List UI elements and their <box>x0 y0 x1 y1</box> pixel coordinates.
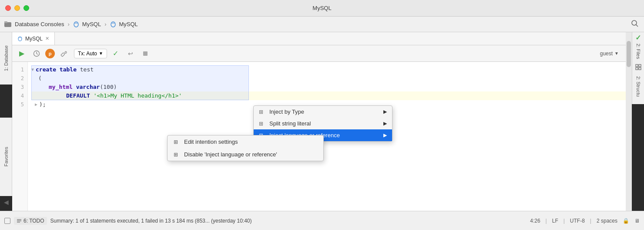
fullscreen-button[interactable] <box>23 5 29 11</box>
svg-rect-6 <box>636 64 638 67</box>
breadcrumb-folder[interactable]: Database Consoles <box>15 21 64 27</box>
status-sep-1: | <box>546 218 547 224</box>
structure-label: 2: Structu <box>636 76 641 97</box>
svg-rect-14 <box>61 52 65 56</box>
line-num-5: 5 <box>21 100 24 109</box>
inject-type-icon: ⊞ <box>259 109 266 115</box>
close-button[interactable] <box>5 5 11 11</box>
kw-varchar-100: (100) <box>100 83 117 91</box>
search-button[interactable] <box>631 20 639 29</box>
menu-item-split-string[interactable]: ⊞ Split string literal ▶ <box>254 118 392 129</box>
kw-varchar: varchar <box>76 83 100 91</box>
db-status-icon: 🖥 <box>634 218 640 224</box>
scrollbar-thumb <box>627 41 631 67</box>
todo-label: 6: TODO <box>23 218 44 224</box>
window-title: MySQL <box>312 5 331 11</box>
stop-button[interactable] <box>139 47 151 60</box>
indent[interactable]: 2 spaces <box>597 218 617 224</box>
list-icon <box>17 218 22 223</box>
line-numbers: 1 2 3 4 5 <box>12 62 28 211</box>
cursor-position[interactable]: 4:26 <box>530 218 540 224</box>
status-right: 4:26 | LF | UTF-8 | 2 spaces 🔒 🖥 <box>530 218 640 224</box>
sidebar-item-files[interactable]: ✓ 2: Files <box>632 32 644 61</box>
line-num-3: 3 <box>21 83 24 91</box>
kw-create: create <box>36 65 60 74</box>
fold-icon-5[interactable]: ▶ <box>35 100 37 109</box>
editor-area[interactable]: 1 2 3 4 5 ▼ create table test ( <box>12 62 626 211</box>
mysql-icon-1 <box>73 21 79 27</box>
sidebar-item-favorites[interactable]: Favorites <box>0 118 12 196</box>
wrench-icon <box>60 50 67 57</box>
tab-mysql[interactable]: MySQL ✕ <box>12 32 55 45</box>
kw-myhtml: my_html <box>49 83 76 91</box>
code-content[interactable]: ▼ create table test ( my_html varchar (1… <box>28 62 626 211</box>
code-line-3: my_html varchar (100) <box>31 83 626 91</box>
svg-rect-15 <box>143 51 148 56</box>
line-num-2: 2 <box>21 74 24 83</box>
tx-chevron-icon: ▼ <box>99 51 103 56</box>
collapse-sidebar-button[interactable]: ◀ <box>2 198 10 206</box>
history-button[interactable] <box>30 47 43 60</box>
breadcrumb-mysql-2[interactable]: MySQL <box>119 21 138 27</box>
settings-button[interactable] <box>57 47 70 60</box>
code-paren: ( <box>38 74 42 83</box>
encoding[interactable]: UTF-8 <box>570 218 585 224</box>
sub-menu: ⊞ Edit intention settings ⊞ Disable 'Inj… <box>167 135 324 161</box>
tab-label: MySQL <box>25 36 43 42</box>
sub-edit-settings-label: Edit intention settings <box>184 139 238 145</box>
svg-rect-8 <box>636 68 638 70</box>
sub-menu-item-edit-settings[interactable]: ⊞ Edit intention settings <box>168 135 323 148</box>
sidebar-item-structure[interactable]: 2: Structu <box>632 61 644 104</box>
clock-icon <box>33 50 40 57</box>
svg-rect-9 <box>639 68 641 70</box>
minimize-button[interactable] <box>14 5 20 11</box>
guest-label: guest <box>600 51 613 57</box>
main-content: MySQL ✕ ▶ p Tx: Auto ▼ <box>12 32 626 211</box>
line-ending[interactable]: LF <box>552 218 558 224</box>
check-icon: ✓ <box>635 34 641 42</box>
tabs-bar: MySQL ✕ <box>12 32 626 45</box>
breadcrumb-mysql-1[interactable]: MySQL <box>82 21 101 27</box>
folder-icon <box>4 21 11 27</box>
menu-split-string-label: Split string literal <box>269 120 311 127</box>
todo-button[interactable]: 6: TODO <box>14 217 47 225</box>
sub-disable-label: Disable 'Inject language or reference' <box>184 151 277 158</box>
menu-inject-type-label: Inject by Type <box>269 108 304 115</box>
run-button[interactable]: ▶ <box>16 47 28 60</box>
editor-scrollbar[interactable] <box>626 32 632 211</box>
files-label: 2: Files <box>636 44 641 59</box>
svg-line-5 <box>636 24 638 27</box>
tx-dropdown[interactable]: Tx: Auto ▼ <box>74 49 107 58</box>
arrow-icon-3: ▶ <box>383 132 387 138</box>
code-line-1: ▼ create table test <box>31 65 626 74</box>
status-sep-3: | <box>590 218 591 224</box>
toolbar: ▶ p Tx: Auto ▼ ✓ ↩ <box>12 45 626 62</box>
tab-close-button[interactable]: ✕ <box>45 36 49 41</box>
tab-mysql-icon <box>17 36 23 41</box>
commit-button[interactable]: ✓ <box>110 47 122 60</box>
rollback-button[interactable]: ↩ <box>124 47 137 60</box>
arrow-icon-1: ▶ <box>383 109 387 115</box>
line-num-4: 4 <box>21 91 24 100</box>
arrow-icon-2: ▶ <box>383 121 387 126</box>
favorites-label: Favorites <box>3 147 9 166</box>
guest-dropdown[interactable]: guest ▼ <box>597 49 622 58</box>
status-summary: Summary: 1 of 1 statements executed, 1 f… <box>50 218 527 224</box>
status-sep-2: | <box>564 218 565 224</box>
sub-menu-item-disable[interactable]: ⊞ Disable 'Inject language or reference' <box>168 148 323 161</box>
line-num-1: 1 <box>21 65 24 74</box>
guest-chevron-icon: ▼ <box>614 51 619 56</box>
sidebar-item-database[interactable]: 1: Database <box>0 32 12 85</box>
split-string-icon: ⊞ <box>259 121 266 127</box>
edit-settings-icon: ⊞ <box>174 139 181 145</box>
breadcrumb-sep-2: › <box>104 21 106 27</box>
svg-rect-1 <box>4 21 7 23</box>
kw-table: table <box>60 65 80 74</box>
menu-item-inject-by-type[interactable]: ⊞ Inject by Type ▶ <box>254 106 392 118</box>
mysql-icon-2 <box>110 21 116 27</box>
disable-icon: ⊞ <box>174 152 181 158</box>
fold-icon-1[interactable]: ▼ <box>31 65 34 74</box>
lock-icon: 🔒 <box>623 218 629 224</box>
code-close: ); <box>39 100 46 109</box>
user-avatar[interactable]: p <box>45 49 55 58</box>
